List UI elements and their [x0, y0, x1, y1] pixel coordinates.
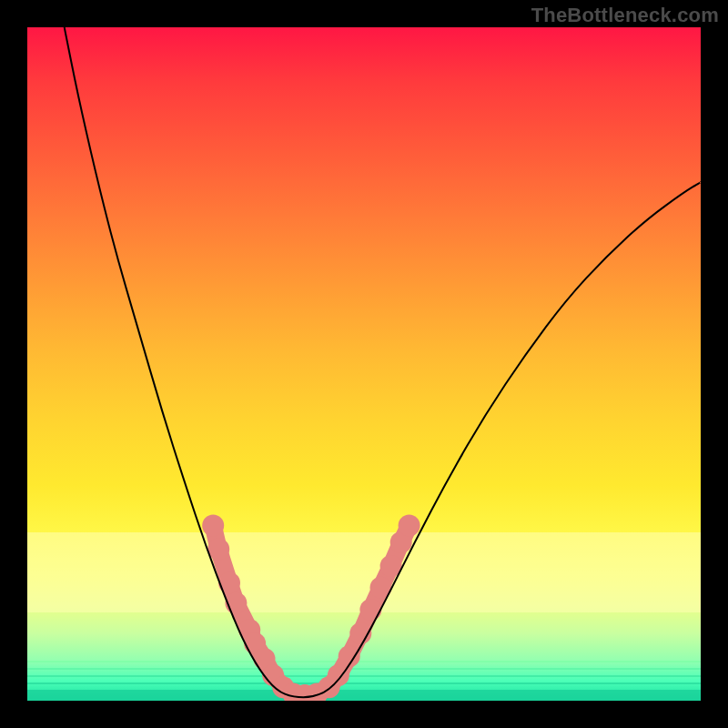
salmon-marker — [399, 515, 420, 537]
salmon-marker — [328, 664, 349, 686]
plot-area — [27, 27, 701, 701]
watermark-text: TheBottleneck.com — [531, 4, 719, 27]
salmon-marker — [359, 599, 381, 621]
chart-svg — [27, 27, 701, 701]
chart-container: TheBottleneck.com — [0, 0, 728, 728]
salmon-marker-group — [202, 515, 420, 701]
salmon-marker — [202, 515, 224, 537]
